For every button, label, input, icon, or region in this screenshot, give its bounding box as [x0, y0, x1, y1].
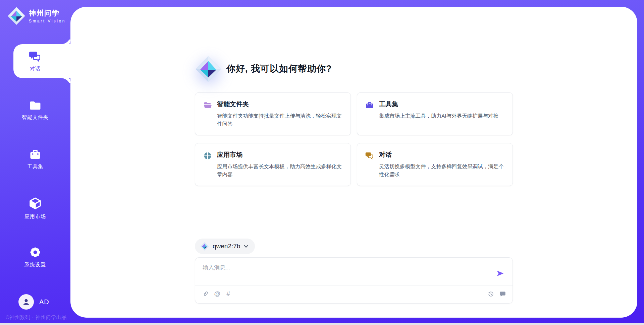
card-title: 对话 [379, 150, 504, 159]
card-toolset[interactable]: 工具集 集成市场上主流工具，助力AI与外界无缝扩展与对接 [357, 92, 513, 135]
attachment-button[interactable] [202, 290, 208, 297]
copyright: ©神州数码 · 神州问学出品 [6, 314, 66, 321]
card-smart-folder[interactable]: 智能文件夹 智能文件夹功能支持批量文件上传与清洗，轻松实现文件问答 [195, 92, 351, 135]
card-chat[interactable]: 对话 灵活切换多模型文件，支持多样回复效果调试，满足个性化需求 [357, 143, 513, 186]
card-description: 灵活切换多模型文件，支持多样回复效果调试，满足个性化需求 [379, 162, 504, 179]
send-icon [496, 269, 504, 278]
main-content: 你好, 我可以如何帮助你? 智能文件夹 智能文件夹功能支持批量文件上传与清洗，轻… [195, 7, 513, 304]
history-button[interactable] [488, 291, 494, 297]
chat-bubble-icon [499, 291, 506, 297]
briefcase-icon [365, 101, 374, 128]
card-app-market[interactable]: 应用市场 应用市场提供丰富长文本模板，助力高效生成多样化文章内容 [195, 143, 351, 186]
greeting-text: 你好, 我可以如何帮助你? [226, 63, 332, 75]
card-description: 应用市场提供丰富长文本模板，助力高效生成多样化文章内容 [217, 162, 342, 179]
user-name: AD [39, 298, 49, 306]
message-input[interactable] [195, 258, 486, 278]
send-button[interactable] [495, 268, 505, 278]
chevron-down-icon [244, 245, 248, 248]
chat-icon [29, 51, 42, 63]
message-composer: @ # [195, 257, 513, 304]
main-panel: 你好, 我可以如何帮助你? 智能文件夹 智能文件夹功能支持批量文件上传与清洗，轻… [70, 7, 637, 318]
browser-bottom-strip [0, 323, 644, 325]
model-selector-row: qwen2:7b [195, 239, 513, 254]
model-name: qwen2:7b [213, 243, 240, 250]
sidebar-item-label: 对话 [30, 66, 41, 72]
brand-diamond-logo-icon [7, 7, 25, 25]
sidebar-item-toolset[interactable]: 工具集 [0, 142, 70, 176]
chat-icon [365, 151, 374, 179]
card-description: 智能文件夹功能支持批量文件上传与清洗，轻松实现文件问答 [217, 112, 342, 128]
brand-name: 神州问学 [29, 8, 66, 18]
feature-cards: 智能文件夹 智能文件夹功能支持批量文件上传与清洗，轻松实现文件问答 工具集 集成… [195, 92, 513, 186]
person-icon [22, 298, 31, 306]
avatar [18, 294, 34, 310]
folder-open-icon [203, 101, 212, 128]
chat-bubble-button[interactable] [499, 291, 506, 297]
folder-icon [29, 100, 42, 111]
gear-icon [29, 246, 42, 259]
card-title: 工具集 [379, 100, 498, 109]
model-selector[interactable]: qwen2:7b [195, 239, 255, 254]
sidebar-item-label: 智能文件夹 [22, 114, 49, 121]
sidebar-item-label: 应用市场 [24, 213, 46, 220]
card-title: 智能文件夹 [217, 100, 342, 109]
tab-curve-bottom [61, 78, 70, 87]
card-description: 集成市场上主流工具，助力AI与外界无缝扩展与对接 [379, 112, 498, 120]
sidebar: 神州问学 Smart Vision 对话 智能文件夹 [0, 0, 70, 325]
briefcase-icon [29, 148, 41, 160]
brand-diamond-logo-icon [195, 55, 222, 82]
sidebar-item-settings[interactable]: 系统设置 [0, 240, 70, 274]
user-row[interactable]: AD [18, 294, 49, 310]
sidebar-item-smart-folder[interactable]: 智能文件夹 [0, 93, 70, 127]
sidebar-item-label: 系统设置 [24, 262, 46, 268]
brand: 神州问学 Smart Vision [7, 7, 66, 25]
greeting: 你好, 我可以如何帮助你? [195, 55, 513, 82]
model-diamond-logo-icon [200, 242, 209, 251]
tab-curve-top [61, 35, 70, 44]
sidebar-item-app-market[interactable]: 应用市场 [0, 191, 70, 225]
cube-icon [29, 196, 42, 210]
sidebar-item-label: 工具集 [27, 164, 43, 170]
app-grid-icon [203, 151, 212, 179]
sidebar-item-chat[interactable]: 对话 [0, 44, 70, 78]
brand-subtitle: Smart Vision [29, 19, 66, 23]
sidebar-nav: 对话 智能文件夹 工具集 [0, 44, 70, 274]
paperclip-icon [202, 290, 208, 297]
card-title: 应用市场 [217, 150, 342, 159]
history-icon [488, 291, 494, 297]
composer-toolbar: @ # [195, 284, 513, 303]
